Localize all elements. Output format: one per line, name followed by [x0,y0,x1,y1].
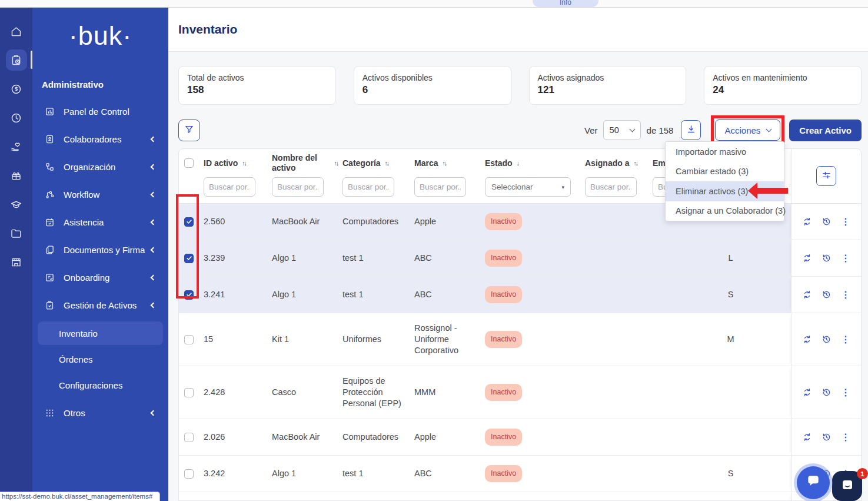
sidebar-section-label: Administrativo [42,79,168,89]
stat-card-activos-asignados: Activos asignados121 [529,66,687,105]
table-row: 3.239Algo 1test 1ABCInactivoL⋮ [179,240,861,277]
column-search-input[interactable] [585,177,637,197]
sort-icon[interactable]: ↑↓ [242,158,246,168]
row-checkbox-cell [179,335,204,344]
row-checkbox[interactable] [184,290,194,300]
row-checkbox[interactable] [184,254,194,263]
kebab-menu-icon[interactable]: ⋮ [841,388,850,397]
rail-item-home[interactable] [6,21,27,42]
kebab-menu-icon[interactable]: ⋮ [841,335,850,344]
notification-badge: 1 [857,468,868,479]
rail-item-training-cap[interactable] [6,194,27,215]
files-folder-icon [10,227,22,240]
row-checkbox[interactable] [184,469,194,479]
kebab-menu-icon[interactable]: ⋮ [841,290,850,300]
sort-icon[interactable]: ↓ [517,158,518,168]
stat-card-label: Activos disponibles [363,73,503,82]
row-checkbox[interactable] [184,433,194,442]
cell-nombre: Casco [272,387,342,398]
check-icon [186,218,192,225]
column-search-input[interactable] [204,177,255,197]
select-all-checkbox[interactable] [184,158,194,168]
stat-card-value: 121 [538,84,678,96]
sync-icon[interactable] [802,253,812,263]
rail-item-benefits-hand-heart[interactable] [6,136,27,157]
rail-item-marketplace-store[interactable] [6,251,27,273]
sort-icon[interactable]: ↑↓ [385,158,389,168]
menu-item-asignar-a-un-colaborador-3[interactable]: Asignar a un Colaborador (3) [666,201,784,221]
sidebar-item-panel-de-control[interactable]: Panel de Control [32,98,168,125]
sidebar-item-asistencia[interactable]: Asistencia [32,208,168,236]
cell-estado: Inactivo [485,331,585,348]
info-tooltip: Info [533,0,598,7]
chevron-left-icon [151,137,157,142]
history-icon[interactable] [822,432,832,442]
history-icon[interactable] [822,217,832,227]
cell-categoria: test 1 [342,289,414,300]
column-search-input[interactable] [342,177,394,197]
column-settings-button[interactable] [816,166,836,186]
chevron-left-icon [151,275,157,281]
sync-icon[interactable] [802,387,812,397]
sidebar-subitem-ordenes[interactable]: Órdenes [38,347,163,371]
kebab-menu-icon[interactable]: ⋮ [841,217,850,227]
chat-launcher-button[interactable] [797,466,830,499]
stat-card-label: Total de activos [187,73,327,82]
crear-activo-button[interactable]: Crear Activo [789,120,862,141]
column-search-input[interactable] [272,177,324,197]
stat-card-value: 6 [363,84,503,96]
cell-estado: Inactivo [485,429,585,446]
history-icon[interactable] [822,290,832,300]
download-button[interactable] [681,120,701,140]
acciones-button[interactable]: Acciones [715,120,780,141]
cell-id: 15 [204,334,272,345]
menu-item-importador-masivo[interactable]: Importador masivo [666,142,784,162]
sidebar-item-otros[interactable]: Otros [32,399,168,427]
sync-icon[interactable] [802,334,812,344]
app-root: Info ·buk· Administrativo Panel de Contr… [0,0,868,501]
rail-item-culture-gift[interactable] [6,165,27,186]
row-checkbox[interactable] [184,217,194,227]
row-checkbox-cell [179,433,204,442]
time-clock-icon [10,112,22,124]
rail-item-payroll-coin[interactable] [6,78,27,99]
cell-id: 2.428 [204,387,272,398]
history-icon[interactable] [822,387,832,397]
sync-icon[interactable] [802,432,812,442]
sort-icon[interactable]: ↑↓ [442,158,446,168]
sidebar-item-organizacion[interactable]: Organización [32,153,168,181]
sidebar-item-colaboradores[interactable]: Colaboradores [32,125,168,153]
sync-icon[interactable] [802,217,812,227]
sidebar-item-onboarding[interactable]: Onboarding [32,264,168,291]
org-chart-icon [45,162,56,172]
sidebar-item-workflow[interactable]: Workflow [32,181,168,208]
chevron-down-icon [766,127,772,132]
rail-item-assets-clipboard-clock[interactable] [6,49,27,71]
sidebar-item-documentos-y-firma[interactable]: Documentos y Firma [32,236,168,264]
menu-item-cambiar-estado-3[interactable]: Cambiar estado (3) [666,162,784,182]
cell-categoria: Uniformes [342,334,414,345]
row-checkbox[interactable] [184,388,194,397]
sync-icon[interactable] [802,290,812,300]
estado-select-filter[interactable]: Seleccionar▾ [485,177,571,197]
filter-button[interactable] [178,120,200,141]
column-search-input[interactable] [414,177,466,197]
table-row: 1.357CascoEquipos de Protección Personal… [179,492,861,501]
sidebar-subitem-inventario[interactable]: Inventario [38,321,163,345]
rail-item-files-folder[interactable] [6,223,27,244]
column-label: Nombre del activo [272,153,330,173]
page-size-select[interactable]: 50 [603,120,641,140]
menu-item-eliminar-activos-3[interactable]: Eliminar activos (3) [666,181,784,201]
kebab-menu-icon[interactable]: ⋮ [841,254,850,263]
row-checkbox[interactable] [184,335,194,344]
sidebar-subitem-configuraciones[interactable]: Configuraciones [38,373,163,397]
kebab-menu-icon[interactable]: ⋮ [841,433,850,442]
history-icon[interactable] [822,253,832,263]
sidebar-item-gestion-de-activos[interactable]: Gestión de Activos [32,291,168,319]
filter-cell [204,177,272,197]
rail-item-time-clock[interactable] [6,107,27,128]
sort-icon[interactable]: ↑↓ [633,158,637,168]
sort-icon[interactable]: ↑↓ [334,158,338,168]
history-icon[interactable] [822,334,832,344]
cell-estado: Inactivo [485,250,585,267]
